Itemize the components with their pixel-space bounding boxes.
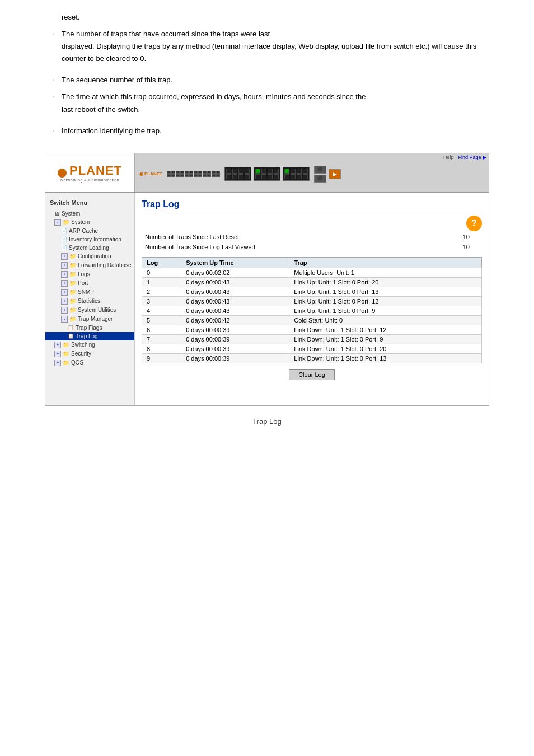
table-cell-log: 5 xyxy=(142,315,181,325)
logo-subtitle: Networking & Communication xyxy=(58,178,122,182)
expand-icon: - xyxy=(61,316,68,323)
table-cell-log: 1 xyxy=(142,277,181,287)
status-button[interactable]: ▶ xyxy=(329,169,341,179)
sidebar-label: Port xyxy=(78,280,88,286)
table-cell-trap: Link Up: Unit: 1 Slot: 0 Port: 9 xyxy=(289,306,482,315)
bullet-text-1: The number of traps that have occurred s… xyxy=(62,28,489,69)
bullet-dot-2: ◦ xyxy=(45,74,62,84)
doc-icon: 📋 xyxy=(68,325,74,330)
sidebar-item-qos[interactable]: + 📁 QOS xyxy=(45,358,134,367)
sidebar-item-logs[interactable]: + 📁 Logs xyxy=(45,270,134,279)
sidebar-label: System Loading xyxy=(69,245,109,251)
table-row: 30 days 00:00:43Link Up: Unit: 1 Slot: 0… xyxy=(142,296,482,306)
sidebar-item-system-root[interactable]: 🖥 System xyxy=(45,209,134,218)
table-cell-trap: Link Down: Unit: 1 Slot: 0 Port: 20 xyxy=(289,344,482,353)
table-cell-trap: Link Down: Unit: 1 Slot: 0 Port: 13 xyxy=(289,353,482,363)
bullet-item-3: ◦ The time at which this trap occurred, … xyxy=(45,91,489,120)
table-cell-log: 9 xyxy=(142,353,181,363)
device-ui: PLANET Networking & Communication Help F… xyxy=(45,153,489,406)
table-cell-time: 0 days 00:00:43 xyxy=(181,277,289,287)
port-sq xyxy=(303,174,308,179)
port-ind xyxy=(176,171,180,174)
bullet-2-text: The sequence number of this trap. xyxy=(62,76,172,84)
folder-icon: 📁 xyxy=(69,280,76,286)
sidebar-label: System Utilities xyxy=(78,307,116,313)
table-cell-trap: Multiple Users: Unit: 1 xyxy=(289,268,482,277)
sidebar-item-inventory[interactable]: 📄 Inventory Information xyxy=(45,235,134,244)
table-row: 20 days 00:00:43Link Up: Unit: 1 Slot: 0… xyxy=(142,287,482,296)
folder-icon: 📁 xyxy=(69,289,76,295)
port-sq xyxy=(268,169,273,174)
port-sq xyxy=(238,174,243,179)
sidebar-label: Forwarding Database xyxy=(78,262,132,268)
table-cell-trap: Link Up: Unit: 1 Slot: 0 Port: 12 xyxy=(289,296,482,306)
port-ind xyxy=(194,171,198,174)
table-cell-time: 0 days 00:00:42 xyxy=(181,315,289,325)
find-page-link[interactable]: Find Page ▶ xyxy=(458,155,486,160)
table-row: 10 days 00:00:43Link Up: Unit: 1 Slot: 0… xyxy=(142,277,482,287)
planet-logo: PLANET Networking & Communication xyxy=(58,164,122,182)
table-row: 80 days 00:00:39Link Down: Unit: 1 Slot:… xyxy=(142,344,482,353)
expand-icon: + xyxy=(61,262,68,269)
sidebar-label: Statistics xyxy=(78,298,100,304)
sidebar-item-statistics[interactable]: + 📁 Statistics xyxy=(45,297,134,306)
sidebar-item-security[interactable]: + 📁 Security xyxy=(45,349,134,358)
col-system-up-time: System Up Time xyxy=(181,257,289,268)
port-ind xyxy=(171,174,175,177)
sidebar-item-configuration[interactable]: + 📁 Configuration xyxy=(45,252,134,261)
sidebar-item-trap-flags[interactable]: 📋 Trap Flags xyxy=(45,324,134,332)
port-ind xyxy=(212,171,216,174)
table-cell-trap: Link Down: Unit: 1 Slot: 0 Port: 12 xyxy=(289,325,482,334)
caption: Trap Log xyxy=(0,417,534,426)
expand-icon: + xyxy=(61,289,68,296)
stats-row-1: Number of Traps Since Last Reset 10 xyxy=(143,232,481,241)
stats-label-1: Number of Traps Since Last Reset xyxy=(143,232,429,241)
sidebar-label: Switching xyxy=(71,342,95,348)
bullet-dot-4: ◦ xyxy=(45,125,62,135)
folder-icon: 📁 xyxy=(69,253,76,259)
sidebar-item-trap-manager[interactable]: - 📁 Trap Manager xyxy=(45,315,134,324)
bullet-3a: The time at which this trap occurred, ex… xyxy=(62,92,366,101)
monitor-icon: 🖥 xyxy=(54,211,60,217)
port-sq xyxy=(261,174,266,179)
clear-log-button[interactable]: Clear Log xyxy=(289,369,335,380)
table-cell-time: 0 days 00:00:43 xyxy=(181,287,289,296)
port-sq xyxy=(291,174,296,179)
table-cell-time: 0 days 00:00:39 xyxy=(181,334,289,344)
bullet-dot-3: ◦ xyxy=(45,91,62,101)
table-row: 60 days 00:00:39Link Down: Unit: 1 Slot:… xyxy=(142,325,482,334)
folder-icon: 📁 xyxy=(69,307,76,313)
port-sq xyxy=(284,174,289,179)
port-sq xyxy=(238,169,243,174)
sidebar-label: System xyxy=(71,219,90,225)
port-groups xyxy=(224,167,310,181)
uplink-icons: ⬛ ⬛ xyxy=(314,166,326,183)
sidebar-item-switching[interactable]: + 📁 Switching xyxy=(45,340,134,349)
sidebar-item-port[interactable]: + 📁 Port xyxy=(45,279,134,288)
table-cell-trap: Link Up: Unit: 1 Slot: 0 Port: 13 xyxy=(289,287,482,296)
sidebar-item-arp-cache[interactable]: 📄 ARP Cache xyxy=(45,227,134,235)
sidebar-item-system-loading[interactable]: 📄 System Loading xyxy=(45,244,134,252)
sidebar-item-system[interactable]: - 📁 System xyxy=(45,218,134,227)
sidebar-item-snmp[interactable]: + 📁 SNMP xyxy=(45,288,134,297)
sidebar-item-system-utilities[interactable]: + 📁 System Utilities xyxy=(45,306,134,315)
log-table: Log System Up Time Trap 00 days 00:02:02… xyxy=(142,257,482,363)
table-cell-log: 6 xyxy=(142,325,181,334)
table-cell-log: 2 xyxy=(142,287,181,296)
port-ind xyxy=(189,171,193,174)
logo-text: PLANET xyxy=(69,164,122,178)
brand-small: ◉ PLANET xyxy=(139,171,162,176)
help-icon[interactable]: ? xyxy=(466,216,482,231)
doc-icon: 📋 xyxy=(68,333,74,339)
help-bar: Help Find Page ▶ xyxy=(443,155,486,160)
sidebar-item-trap-log[interactable]: 📋 Trap Log xyxy=(45,332,134,340)
port-ind xyxy=(216,174,220,177)
sidebar-item-forwarding-db[interactable]: + 📁 Forwarding Database xyxy=(45,261,134,270)
logo-area: PLANET Networking & Communication xyxy=(45,153,135,192)
log-table-header-row: Log System Up Time Trap xyxy=(142,257,482,268)
bullet-4-text: Information identifying the trap. xyxy=(62,127,162,135)
port-ind xyxy=(198,171,202,174)
port-ind xyxy=(194,174,198,177)
port-symbol: ⬛ xyxy=(317,176,323,181)
port-ind xyxy=(167,174,171,177)
